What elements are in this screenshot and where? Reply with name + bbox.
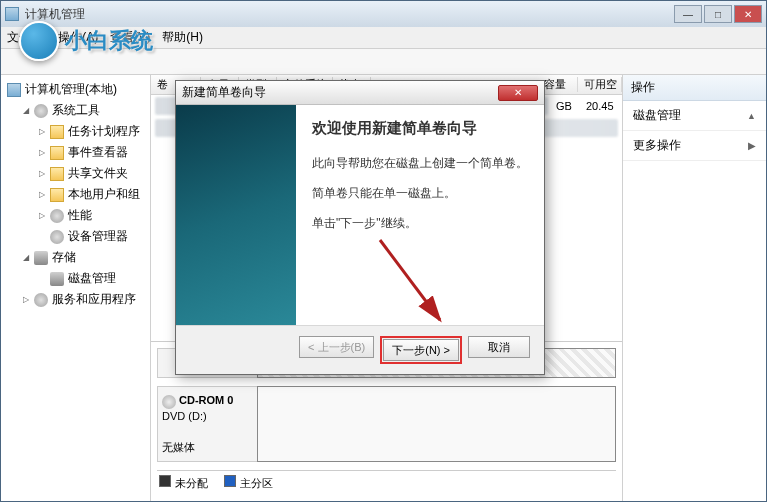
chevron-up-icon: ▲ [747,111,756,121]
device-icon [50,230,64,244]
wizard-sidebar-image [176,105,296,325]
perf-icon [50,209,64,223]
col-free[interactable]: 可用空 [578,77,622,92]
wizard-title: 新建简单卷向导 [182,84,266,101]
tree-device-manager[interactable]: ▷设备管理器 [3,226,148,247]
wizard-back-button: < 上一步(B) [299,336,374,358]
folder-icon [50,188,64,202]
logo-text: 小白系统 [65,26,153,56]
tree-disk-management[interactable]: ▷磁盘管理 [3,268,148,289]
cdrom-title: CD-ROM 0 [179,394,233,406]
storage-icon [34,251,48,265]
actions-header: 操作 [623,75,766,101]
menu-help[interactable]: 帮助(H) [162,29,203,46]
wizard-next-button[interactable]: 下一步(N) > [383,339,459,361]
tree-task-scheduler[interactable]: ▷任务计划程序 [3,121,148,142]
folder-icon [50,125,64,139]
tools-icon [34,104,48,118]
minimize-button[interactable]: — [674,5,702,23]
tutorial-highlight: 下一步(N) > [380,336,462,364]
cdrom-note: 无媒体 [162,441,195,453]
wizard-text-3: 单击"下一步"继续。 [312,214,528,232]
tree-event-viewer[interactable]: ▷事件查看器 [3,142,148,163]
cell-gb: GB [552,100,582,112]
wizard-titlebar: 新建简单卷向导 ✕ [176,81,544,105]
folder-icon [50,146,64,160]
tree-system-tools[interactable]: ◢ 系统工具 [3,100,148,121]
services-icon [34,293,48,307]
cdrom-row[interactable]: CD-ROM 0 DVD (D:) 无媒体 [157,386,616,462]
wizard-buttons: < 上一步(B) 下一步(N) > 取消 [176,325,544,374]
actions-disk-mgmt[interactable]: 磁盘管理 ▲ [623,101,766,131]
swatch-primary [224,475,236,487]
wizard-text-1: 此向导帮助您在磁盘上创建一个简单卷。 [312,154,528,172]
collapse-icon[interactable]: ◢ [21,106,30,115]
maximize-button[interactable]: □ [704,5,732,23]
wizard-text-2: 简单卷只能在单一磁盘上。 [312,184,528,202]
tree-local-users[interactable]: ▷本地用户和组 [3,184,148,205]
tree-storage[interactable]: ◢ 存储 [3,247,148,268]
tree-shared-folders[interactable]: ▷共享文件夹 [3,163,148,184]
new-simple-volume-wizard: 新建简单卷向导 ✕ 欢迎使用新建简单卷向导 此向导帮助您在磁盘上创建一个简单卷。… [175,80,545,375]
tree-services-apps[interactable]: ▷ 服务和应用程序 [3,289,148,310]
nav-tree: 计算机管理(本地) ◢ 系统工具 ▷任务计划程序 ▷事件查看器 ▷共享文件夹 ▷… [1,75,151,501]
wizard-heading: 欢迎使用新建简单卷向导 [312,119,528,138]
swatch-unallocated [159,475,171,487]
disk-icon [50,272,64,286]
cdrom-sub: DVD (D:) [162,410,207,422]
wizard-content: 欢迎使用新建简单卷向导 此向导帮助您在磁盘上创建一个简单卷。 简单卷只能在单一磁… [296,105,544,325]
tree-performance[interactable]: ▷性能 [3,205,148,226]
actions-more[interactable]: 更多操作 ▶ [623,131,766,161]
actions-pane: 操作 磁盘管理 ▲ 更多操作 ▶ [622,75,766,501]
computer-icon [7,83,21,97]
wizard-close-button[interactable]: ✕ [498,85,538,101]
window-title: 计算机管理 [25,6,85,23]
legend: 未分配 主分区 [157,470,616,495]
folder-icon [50,167,64,181]
logo-icon [19,21,59,61]
close-button[interactable]: ✕ [734,5,762,23]
cell-free: 20.45 [582,100,622,112]
expand-icon[interactable]: ▷ [21,295,30,304]
collapse-icon[interactable]: ◢ [21,253,30,262]
tree-root[interactable]: 计算机管理(本地) [3,79,148,100]
chevron-right-icon: ▶ [748,140,756,151]
wizard-cancel-button[interactable]: 取消 [468,336,530,358]
app-icon [5,7,19,21]
cdrom-icon [162,395,176,409]
watermark-logo: 小白系统 [19,21,153,61]
